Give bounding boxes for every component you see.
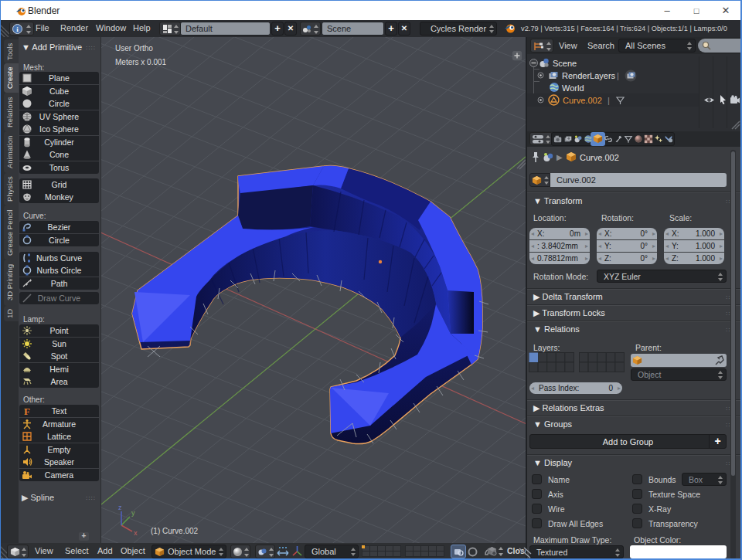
svg-text:y: y bbox=[131, 509, 135, 517]
svg-text:F: F bbox=[24, 406, 30, 416]
svg-text:x: x bbox=[134, 529, 138, 537]
svg-text:z: z bbox=[118, 504, 122, 511]
